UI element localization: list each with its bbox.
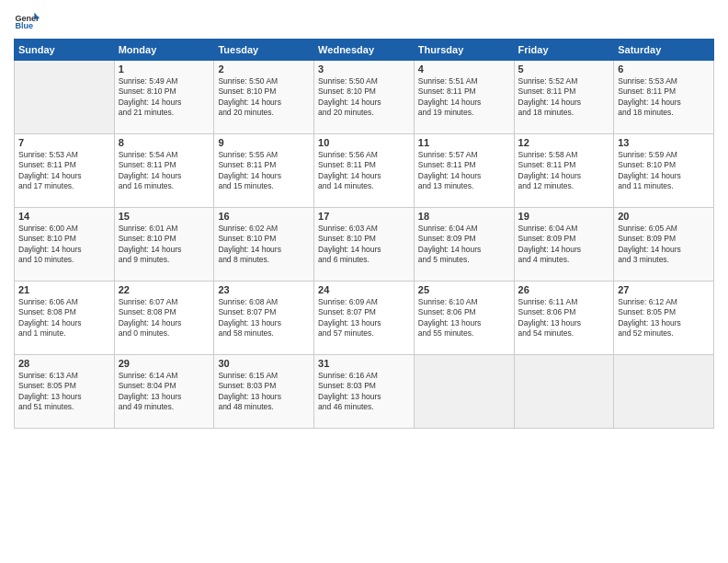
calendar-cell xyxy=(614,355,714,429)
day-number: 18 xyxy=(418,211,510,222)
calendar-cell: 30Sunrise: 6:15 AM Sunset: 8:03 PM Dayli… xyxy=(214,355,314,429)
day-number: 31 xyxy=(318,358,410,369)
cell-info: Sunrise: 5:53 AM Sunset: 8:11 PM Dayligh… xyxy=(618,76,710,119)
day-of-week-sunday: Sunday xyxy=(15,40,115,61)
day-number: 12 xyxy=(518,137,610,148)
calendar-cell: 22Sunrise: 6:07 AM Sunset: 8:08 PM Dayli… xyxy=(114,282,214,355)
day-number: 14 xyxy=(18,211,110,222)
day-number: 28 xyxy=(18,358,110,369)
cell-info: Sunrise: 6:02 AM Sunset: 8:10 PM Dayligh… xyxy=(218,224,310,266)
cell-info: Sunrise: 5:53 AM Sunset: 8:11 PM Dayligh… xyxy=(18,150,110,192)
cell-info: Sunrise: 6:06 AM Sunset: 8:08 PM Dayligh… xyxy=(18,297,110,339)
calendar-cell: 2Sunrise: 5:50 AM Sunset: 8:10 PM Daylig… xyxy=(214,61,314,134)
cell-info: Sunrise: 5:49 AM Sunset: 8:10 PM Dayligh… xyxy=(119,76,210,119)
day-number: 7 xyxy=(18,137,110,148)
calendar-cell: 11Sunrise: 5:57 AM Sunset: 8:11 PM Dayli… xyxy=(414,134,514,208)
calendar-cell: 17Sunrise: 6:03 AM Sunset: 8:10 PM Dayli… xyxy=(314,208,415,282)
cell-info: Sunrise: 6:04 AM Sunset: 8:09 PM Dayligh… xyxy=(418,224,510,266)
cell-info: Sunrise: 5:58 AM Sunset: 8:11 PM Dayligh… xyxy=(518,150,610,192)
day-number: 23 xyxy=(218,284,310,295)
day-number: 19 xyxy=(518,211,610,222)
calendar-cell: 12Sunrise: 5:58 AM Sunset: 8:11 PM Dayli… xyxy=(514,134,614,208)
day-number: 4 xyxy=(418,63,510,75)
day-number: 22 xyxy=(119,284,210,295)
calendar-table: SundayMondayTuesdayWednesdayThursdayFrid… xyxy=(14,39,714,429)
day-number: 24 xyxy=(318,284,410,295)
day-number: 27 xyxy=(618,284,710,295)
cell-info: Sunrise: 6:04 AM Sunset: 8:09 PM Dayligh… xyxy=(518,224,610,266)
day-number: 5 xyxy=(518,63,610,75)
day-number: 10 xyxy=(318,137,410,148)
calendar-cell: 27Sunrise: 6:12 AM Sunset: 8:05 PM Dayli… xyxy=(614,282,714,355)
cell-info: Sunrise: 6:08 AM Sunset: 8:07 PM Dayligh… xyxy=(218,297,310,339)
cell-info: Sunrise: 6:14 AM Sunset: 8:04 PM Dayligh… xyxy=(119,371,210,413)
day-number: 1 xyxy=(119,63,210,75)
cell-info: Sunrise: 5:59 AM Sunset: 8:10 PM Dayligh… xyxy=(618,150,710,192)
calendar-cell: 28Sunrise: 6:13 AM Sunset: 8:05 PM Dayli… xyxy=(15,355,115,429)
calendar-cell: 23Sunrise: 6:08 AM Sunset: 8:07 PM Dayli… xyxy=(214,282,314,355)
calendar-week-row: 21Sunrise: 6:06 AM Sunset: 8:08 PM Dayli… xyxy=(15,282,714,355)
calendar-week-row: 1Sunrise: 5:49 AM Sunset: 8:10 PM Daylig… xyxy=(15,61,714,134)
cell-info: Sunrise: 6:01 AM Sunset: 8:10 PM Dayligh… xyxy=(119,224,210,266)
cell-info: Sunrise: 6:10 AM Sunset: 8:06 PM Dayligh… xyxy=(418,297,510,339)
calendar-cell: 4Sunrise: 5:51 AM Sunset: 8:11 PM Daylig… xyxy=(414,61,514,134)
calendar-week-row: 7Sunrise: 5:53 AM Sunset: 8:11 PM Daylig… xyxy=(15,134,714,208)
day-number: 13 xyxy=(618,137,710,148)
day-of-week-wednesday: Wednesday xyxy=(314,40,415,61)
calendar-cell: 7Sunrise: 5:53 AM Sunset: 8:11 PM Daylig… xyxy=(15,134,115,208)
calendar-cell xyxy=(514,355,614,429)
cell-info: Sunrise: 6:03 AM Sunset: 8:10 PM Dayligh… xyxy=(318,224,410,266)
svg-text:Blue: Blue xyxy=(15,21,33,30)
day-number: 29 xyxy=(119,358,210,369)
day-number: 3 xyxy=(318,63,410,75)
cell-info: Sunrise: 6:12 AM Sunset: 8:05 PM Dayligh… xyxy=(618,297,710,339)
day-of-week-thursday: Thursday xyxy=(414,40,514,61)
calendar-cell: 26Sunrise: 6:11 AM Sunset: 8:06 PM Dayli… xyxy=(514,282,614,355)
cell-info: Sunrise: 5:51 AM Sunset: 8:11 PM Dayligh… xyxy=(418,76,510,119)
calendar-cell: 3Sunrise: 5:50 AM Sunset: 8:10 PM Daylig… xyxy=(314,61,415,134)
cell-info: Sunrise: 6:05 AM Sunset: 8:09 PM Dayligh… xyxy=(618,224,710,266)
day-number: 11 xyxy=(418,137,510,148)
calendar-cell: 5Sunrise: 5:52 AM Sunset: 8:11 PM Daylig… xyxy=(514,61,614,134)
calendar-cell: 1Sunrise: 5:49 AM Sunset: 8:10 PM Daylig… xyxy=(114,61,214,134)
day-number: 20 xyxy=(618,211,710,222)
cell-info: Sunrise: 6:13 AM Sunset: 8:05 PM Dayligh… xyxy=(18,371,110,413)
cell-info: Sunrise: 5:50 AM Sunset: 8:10 PM Dayligh… xyxy=(318,76,410,119)
day-number: 26 xyxy=(518,284,610,295)
day-of-week-saturday: Saturday xyxy=(614,40,714,61)
day-number: 15 xyxy=(119,211,210,222)
calendar-cell: 21Sunrise: 6:06 AM Sunset: 8:08 PM Dayli… xyxy=(15,282,115,355)
calendar-cell: 6Sunrise: 5:53 AM Sunset: 8:11 PM Daylig… xyxy=(614,61,714,134)
day-number: 25 xyxy=(418,284,510,295)
calendar-cell xyxy=(15,61,115,134)
calendar-cell: 10Sunrise: 5:56 AM Sunset: 8:11 PM Dayli… xyxy=(314,134,415,208)
calendar-cell: 19Sunrise: 6:04 AM Sunset: 8:09 PM Dayli… xyxy=(514,208,614,282)
cell-info: Sunrise: 5:54 AM Sunset: 8:11 PM Dayligh… xyxy=(119,150,210,192)
calendar-cell: 20Sunrise: 6:05 AM Sunset: 8:09 PM Dayli… xyxy=(614,208,714,282)
calendar-header-row: SundayMondayTuesdayWednesdayThursdayFrid… xyxy=(15,40,714,61)
calendar-cell: 29Sunrise: 6:14 AM Sunset: 8:04 PM Dayli… xyxy=(114,355,214,429)
calendar-cell: 24Sunrise: 6:09 AM Sunset: 8:07 PM Dayli… xyxy=(314,282,415,355)
day-of-week-tuesday: Tuesday xyxy=(214,40,314,61)
cell-info: Sunrise: 5:52 AM Sunset: 8:11 PM Dayligh… xyxy=(518,76,610,119)
calendar-cell: 13Sunrise: 5:59 AM Sunset: 8:10 PM Dayli… xyxy=(614,134,714,208)
cell-info: Sunrise: 5:55 AM Sunset: 8:11 PM Dayligh… xyxy=(218,150,310,192)
cell-info: Sunrise: 5:57 AM Sunset: 8:11 PM Dayligh… xyxy=(418,150,510,192)
calendar-cell: 9Sunrise: 5:55 AM Sunset: 8:11 PM Daylig… xyxy=(214,134,314,208)
day-number: 8 xyxy=(119,137,210,148)
calendar-cell: 25Sunrise: 6:10 AM Sunset: 8:06 PM Dayli… xyxy=(414,282,514,355)
cell-info: Sunrise: 6:16 AM Sunset: 8:03 PM Dayligh… xyxy=(318,371,410,413)
calendar-cell: 18Sunrise: 6:04 AM Sunset: 8:09 PM Dayli… xyxy=(414,208,514,282)
cell-info: Sunrise: 6:00 AM Sunset: 8:10 PM Dayligh… xyxy=(18,224,110,266)
calendar-cell: 8Sunrise: 5:54 AM Sunset: 8:11 PM Daylig… xyxy=(114,134,214,208)
day-number: 6 xyxy=(618,63,710,75)
header: General Blue xyxy=(14,9,714,35)
cell-info: Sunrise: 6:11 AM Sunset: 8:06 PM Dayligh… xyxy=(518,297,610,339)
calendar-week-row: 14Sunrise: 6:00 AM Sunset: 8:10 PM Dayli… xyxy=(15,208,714,282)
logo: General Blue xyxy=(14,9,40,35)
calendar-cell: 15Sunrise: 6:01 AM Sunset: 8:10 PM Dayli… xyxy=(114,208,214,282)
day-number: 2 xyxy=(218,63,310,75)
cell-info: Sunrise: 6:15 AM Sunset: 8:03 PM Dayligh… xyxy=(218,371,310,413)
day-number: 30 xyxy=(218,358,310,369)
cell-info: Sunrise: 6:09 AM Sunset: 8:07 PM Dayligh… xyxy=(318,297,410,339)
